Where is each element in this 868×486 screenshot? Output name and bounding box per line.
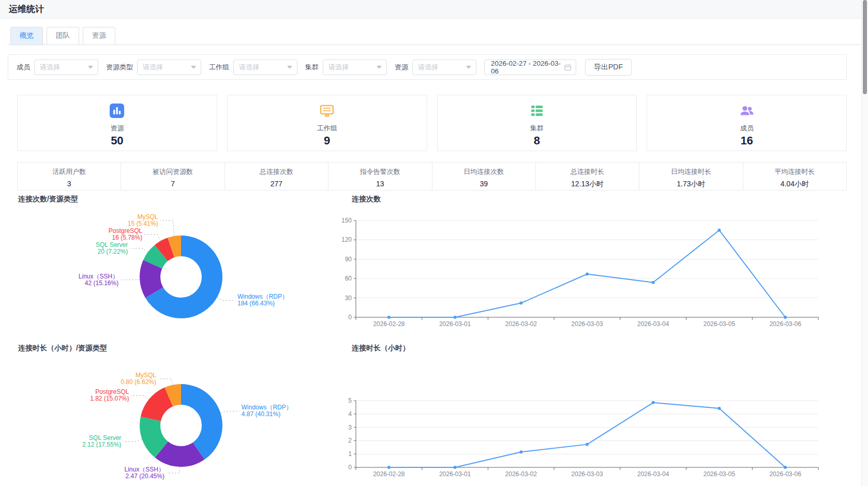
donut-slice-label: 20 (7.22%) <box>98 248 128 255</box>
page-header: 运维统计 <box>0 0 868 19</box>
donut-slice-label: Linux（SSH） <box>125 466 164 473</box>
metric-value: 1.73小时 <box>639 180 742 189</box>
donut-slice-label: 1.82 (15.07%) <box>90 395 129 402</box>
filter-group-2: 工作组请选择 <box>209 60 297 75</box>
page-title: 运维统计 <box>9 3 44 15</box>
x-axis-tick-label: 2026-02-28 <box>373 470 405 478</box>
y-axis-tick-label: 2 <box>348 437 352 444</box>
calendar-icon <box>564 64 571 71</box>
x-axis-tick-label: 2026-03-01 <box>439 470 471 478</box>
y-axis-tick-label: 4 <box>348 410 352 418</box>
filter-label: 资源 <box>395 63 408 72</box>
scrollbar-thumb[interactable] <box>863 0 867 94</box>
filter-bar: 成员请选择资源类型请选择工作组请选择集群请选择资源请选择 2026-02-27 … <box>8 54 847 80</box>
y-axis-tick-label: 0 <box>348 314 352 321</box>
donut-slice-label: 15 (5.41%) <box>128 220 158 227</box>
donut-slice-label: SQL Server <box>89 434 121 441</box>
line-svg: 03060901201502026-02-282026-03-012026-03… <box>335 190 844 340</box>
donut-slice-label: Windows（RDP） <box>242 404 292 411</box>
filter-label: 集群 <box>305 63 319 72</box>
card-members: 成员 16 <box>647 95 847 151</box>
donut-slice-label: 0.80 (6.62%) <box>121 378 156 386</box>
content-area: 成员请选择资源类型请选择工作组请选择集群请选择资源请选择 2026-02-27 … <box>0 54 868 480</box>
filter-group-0: 成员请选择 <box>17 60 98 75</box>
date-range-picker[interactable]: 2026-02-27 - 2026-03-06 <box>484 60 576 75</box>
date-range-value: 2026-02-27 - 2026-03-06 <box>491 60 564 75</box>
x-axis-tick-label: 2026-03-02 <box>505 470 537 478</box>
y-axis-tick-label: 90 <box>345 256 352 263</box>
users-icon <box>739 104 755 118</box>
tab-resources[interactable]: 资源 <box>83 27 115 45</box>
metric-label: 日均连接时长 <box>639 167 742 176</box>
filter-select-3[interactable]: 请选择 <box>323 60 387 75</box>
x-axis-tick-label: 2026-03-05 <box>704 320 736 328</box>
filter-select-4[interactable]: 请选择 <box>412 60 476 75</box>
chevron-down-icon <box>88 66 93 69</box>
donut-slice-label: 42 (15.16%) <box>85 279 118 287</box>
x-axis-tick-label: 2026-03-04 <box>637 320 669 328</box>
donut-slice-label: 4.87 (40.31%) <box>242 410 280 418</box>
filter-label: 资源类型 <box>106 63 133 72</box>
line-chart-connections: 连接次数 03060901201502026-02-282026-03-0120… <box>335 190 844 340</box>
monitor-list-icon <box>319 104 335 118</box>
select-placeholder: 请选择 <box>328 63 349 72</box>
card-value: 9 <box>228 135 427 147</box>
y-axis-tick-label: 120 <box>341 236 352 243</box>
metric-cell: 日均连接时长1.73小时 <box>639 163 743 190</box>
card-value: 50 <box>18 135 217 147</box>
filter-label: 工作组 <box>209 63 229 72</box>
chevron-down-icon <box>466 66 471 69</box>
filter-group-4: 资源请选择 <box>395 60 476 75</box>
card-label: 集群 <box>438 124 637 133</box>
card-value: 8 <box>438 135 637 147</box>
metric-cell: 平均连接时长4.04小时 <box>743 163 846 190</box>
donut-slice-label: Windows（RDP） <box>237 293 288 300</box>
scrollbar-track[interactable] <box>861 0 868 486</box>
select-placeholder: 请选择 <box>239 63 259 72</box>
charts-grid: 连接次数/资源类型 Windows（RDP）184 (66.43%)Linux（… <box>17 190 847 480</box>
y-axis-tick-label: 3 <box>348 424 352 431</box>
chevron-down-icon <box>377 66 382 69</box>
metric-label: 指令告警次数 <box>328 167 431 176</box>
card-clusters: 集群 8 <box>437 95 637 151</box>
line-chart-duration: 连接时长（小时） 0123452026-02-282026-03-012026-… <box>335 340 844 480</box>
x-axis-tick-label: 2026-03-02 <box>505 320 537 328</box>
card-label: 资源 <box>18 124 217 133</box>
donut-slice-label: PostgreSQL <box>95 388 129 395</box>
metric-label: 活跃用户数 <box>18 167 121 176</box>
tab-overview[interactable]: 概览 <box>10 27 43 45</box>
metric-cell: 活跃用户数3 <box>18 163 121 190</box>
filter-select-1[interactable]: 请选择 <box>137 60 201 75</box>
donut-svg: Windows（RDP）184 (66.43%)Linux（SSH）42 (15… <box>17 190 338 340</box>
y-axis-tick-label: 5 <box>348 397 352 404</box>
bar-chart-icon <box>110 104 124 118</box>
metric-label: 总连接次数 <box>225 167 328 176</box>
line-svg: 0123452026-02-282026-03-012026-03-022026… <box>335 340 844 480</box>
donut-slice-label: 2.47 (20.45%) <box>126 473 164 480</box>
filter-label: 成员 <box>17 63 30 72</box>
metric-cell: 指令告警次数13 <box>328 163 432 190</box>
donut-chart-duration-by-type: 连接时长（小时）/资源类型 Windows（RDP）4.87 (40.31%)L… <box>17 340 338 480</box>
filter-group-3: 集群请选择 <box>305 60 387 75</box>
select-placeholder: 请选择 <box>143 63 163 72</box>
donut-slice-label: MySQL <box>137 213 158 220</box>
metric-value: 13 <box>328 180 431 188</box>
metric-value: 12.13小时 <box>536 180 639 189</box>
y-axis-tick-label: 1 <box>348 450 352 458</box>
donut-slice-label: 16 (5.78%) <box>112 234 142 241</box>
filter-select-2[interactable]: 请选择 <box>233 60 297 75</box>
y-axis-tick-label: 60 <box>345 275 352 282</box>
chevron-down-icon <box>287 66 292 69</box>
y-axis-tick-label: 0 <box>348 464 352 471</box>
metric-value: 277 <box>225 180 328 188</box>
donut-slice-label: 2.12 (17.55%) <box>82 441 121 448</box>
tab-team[interactable]: 团队 <box>47 27 79 45</box>
summary-cards: 资源 50 工作组 9 <box>17 95 847 151</box>
metric-value: 4.04小时 <box>743 180 846 189</box>
metric-cell: 被访问资源数7 <box>121 163 225 190</box>
tab-bar: 概览团队资源 <box>8 27 860 45</box>
donut-slice-label: PostgreSQL <box>109 227 143 234</box>
x-axis-tick-label: 2026-03-04 <box>637 470 669 478</box>
filter-select-0[interactable]: 请选择 <box>34 60 98 75</box>
export-pdf-button[interactable]: 导出PDF <box>585 59 632 76</box>
